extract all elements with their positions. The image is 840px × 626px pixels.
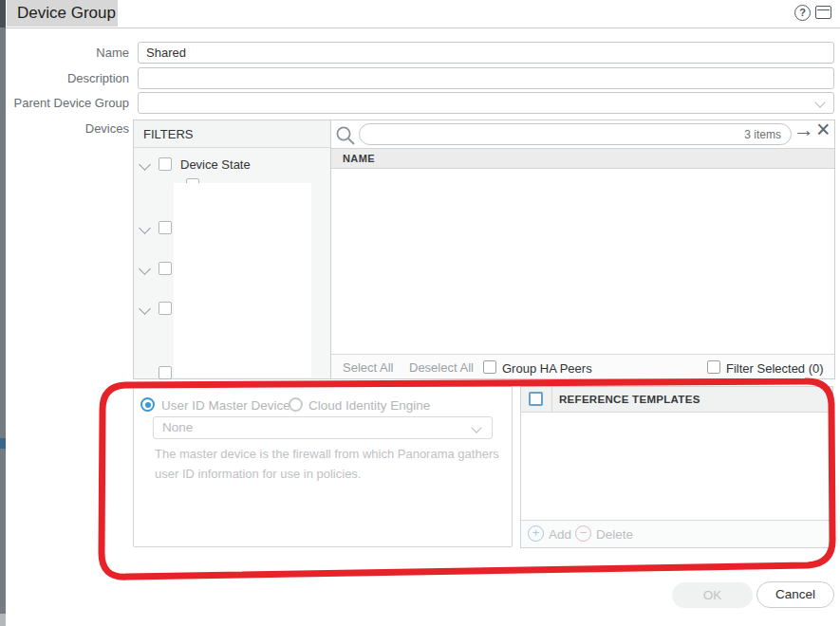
master-device-select[interactable]: None	[153, 416, 493, 439]
filter-selected-checkbox[interactable]	[707, 360, 720, 374]
add-icon[interactable]: +	[528, 525, 544, 542]
apply-filter-arrow-icon[interactable]: →	[793, 118, 814, 142]
cancel-button[interactable]: Cancel	[756, 581, 834, 608]
background-page-edge-accent	[0, 438, 6, 449]
master-device-help-text: The master device is the firewall from w…	[155, 444, 517, 484]
add-button[interactable]: Add	[549, 527, 571, 542]
background-page-edge-bottom	[0, 614, 6, 626]
help-icon[interactable]: ?	[794, 5, 811, 21]
header-divider	[551, 387, 552, 412]
reference-templates-header: REFERENCE TEMPLATES	[521, 387, 832, 413]
devices-label: Devices	[0, 121, 129, 136]
reference-templates-title[interactable]: REFERENCE TEMPLATES	[559, 394, 700, 405]
cloud-identity-engine-label[interactable]: Cloud Identity Engine	[308, 398, 430, 413]
filter-group-checkbox[interactable]	[159, 221, 172, 234]
deselect-all-link[interactable]: Deselect All	[409, 360, 474, 375]
parent-device-group-select[interactable]	[138, 92, 834, 114]
clear-filter-icon[interactable]: ×	[816, 116, 831, 143]
select-all-link[interactable]: Select All	[343, 360, 393, 375]
chevron-down-icon	[814, 97, 825, 107]
description-field[interactable]	[138, 67, 834, 89]
redacted-region	[174, 183, 311, 377]
name-label: Name	[0, 46, 129, 60]
dialog-header	[6, 0, 840, 28]
reference-templates-footer: + Add − Delete	[521, 520, 832, 547]
device-group-dialog: Device Group ? Name Description Parent D…	[0, 0, 840, 626]
device-state-label: Device State	[180, 157, 251, 172]
device-search-input[interactable]: 3 items	[359, 123, 792, 145]
user-id-master-device-radio[interactable]	[140, 397, 155, 412]
window-icon[interactable]	[815, 6, 831, 19]
dialog-title: Device Group	[7, 0, 118, 27]
description-label: Description	[0, 71, 129, 85]
ok-button[interactable]: OK	[672, 582, 753, 608]
device-state-checkbox[interactable]	[159, 157, 172, 171]
chevron-down-icon	[471, 422, 481, 433]
filters-header: FILTERS	[134, 120, 330, 148]
reference-templates-panel: REFERENCE TEMPLATES + Add − Delete	[520, 386, 833, 548]
items-count-badge: 3 items	[744, 128, 781, 141]
filter-leaf-checkbox[interactable]	[159, 366, 172, 379]
group-ha-peers-label: Group HA Peers	[502, 361, 592, 376]
device-table-footer: Select All Deselect All Group HA Peers F…	[331, 354, 834, 378]
filter-selected-label: Filter Selected (0)	[726, 361, 824, 376]
delete-icon[interactable]: −	[575, 525, 591, 542]
devices-table: 3 items → × NAME Select All Deselect All…	[331, 120, 835, 379]
name-column-header[interactable]: NAME	[331, 148, 834, 169]
delete-button[interactable]: Delete	[596, 527, 633, 542]
reference-templates-select-all-checkbox[interactable]	[529, 392, 543, 406]
group-ha-peers-checkbox[interactable]	[483, 360, 496, 374]
master-device-section: User ID Master Device Cloud Identity Eng…	[133, 386, 513, 547]
background-page-edge	[0, 0, 6, 626]
name-field[interactable]	[138, 42, 834, 64]
user-id-master-device-label[interactable]: User ID Master Device	[161, 398, 290, 413]
master-device-select-value: None	[162, 420, 193, 434]
parent-device-group-label: Parent Device Group	[0, 96, 129, 110]
cloud-identity-engine-radio[interactable]	[289, 397, 303, 412]
filter-group-checkbox[interactable]	[159, 262, 172, 275]
search-icon	[335, 125, 357, 147]
filter-group-checkbox[interactable]	[159, 302, 172, 315]
